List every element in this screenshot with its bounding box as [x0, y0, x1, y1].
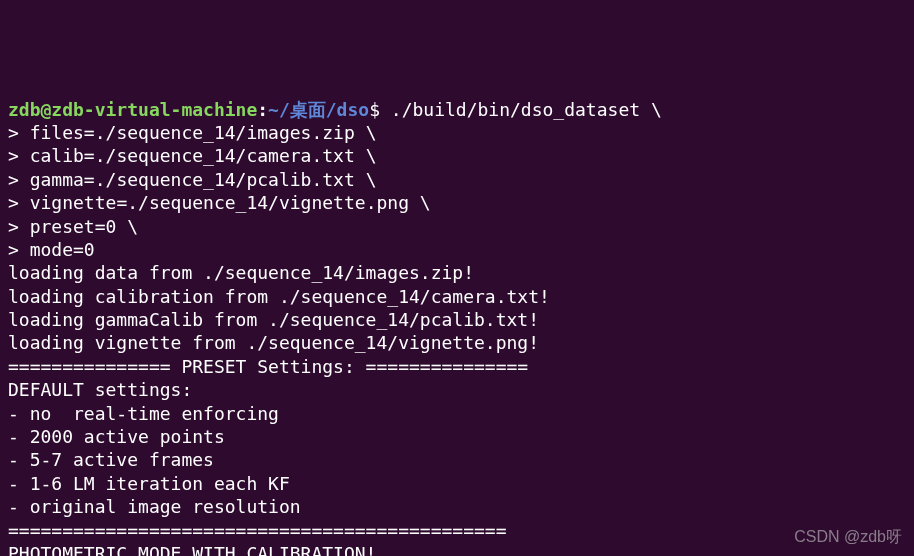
prompt-line: zdb@zdb-virtual-machine:~/桌面/dso$ ./buil…: [8, 98, 906, 121]
photometric-line: PHOTOMETRIC MODE WITH CALIBRATION!: [8, 542, 906, 556]
output-line: loading calibration from ./sequence_14/c…: [8, 285, 906, 308]
continuation-prefix: >: [8, 192, 30, 213]
setting-line: - 1-6 LM iteration each KF: [8, 472, 906, 495]
default-settings-title: DEFAULT settings:: [8, 378, 906, 401]
command-arg: mode=0: [30, 239, 95, 260]
continuation-prefix: >: [8, 216, 30, 237]
setting-line: - original image resolution: [8, 495, 906, 518]
command-arg: gamma=./sequence_14/pcalib.txt \: [30, 169, 377, 190]
output-line: loading gammaCalib from ./sequence_14/pc…: [8, 308, 906, 331]
prompt-colon: :: [257, 99, 268, 120]
command-arg-line: > mode=0: [8, 238, 906, 261]
command-arg-line: > calib=./sequence_14/camera.txt \: [8, 144, 906, 167]
continuation-prefix: >: [8, 239, 30, 260]
command-arg: vignette=./sequence_14/vignette.png \: [30, 192, 431, 213]
setting-line: - 2000 active points: [8, 425, 906, 448]
continuation-prefix: >: [8, 122, 30, 143]
divider-line: ========================================…: [8, 519, 906, 542]
command-arg: calib=./sequence_14/camera.txt \: [30, 145, 377, 166]
command-arg-line: > preset=0 \: [8, 215, 906, 238]
setting-line: - 5-7 active frames: [8, 448, 906, 471]
command-arg-line: > vignette=./sequence_14/vignette.png \: [8, 191, 906, 214]
terminal-output[interactable]: zdb@zdb-virtual-machine:~/桌面/dso$ ./buil…: [8, 98, 906, 556]
command-arg: preset=0 \: [30, 216, 138, 237]
current-path: ~/桌面/dso: [268, 99, 369, 120]
output-line: loading data from ./sequence_14/images.z…: [8, 261, 906, 284]
continuation-prefix: >: [8, 169, 30, 190]
command-exec: ./build/bin/dso_dataset \: [380, 99, 662, 120]
command-arg: files=./sequence_14/images.zip \: [30, 122, 377, 143]
preset-header: =============== PRESET Settings: =======…: [8, 355, 906, 378]
command-arg-line: > gamma=./sequence_14/pcalib.txt \: [8, 168, 906, 191]
continuation-prefix: >: [8, 145, 30, 166]
watermark: CSDN @zdb呀: [794, 527, 902, 548]
command-arg-line: > files=./sequence_14/images.zip \: [8, 121, 906, 144]
prompt-dollar: $: [369, 99, 380, 120]
user-host: zdb@zdb-virtual-machine: [8, 99, 257, 120]
setting-line: - no real-time enforcing: [8, 402, 906, 425]
output-line: loading vignette from ./sequence_14/vign…: [8, 331, 906, 354]
